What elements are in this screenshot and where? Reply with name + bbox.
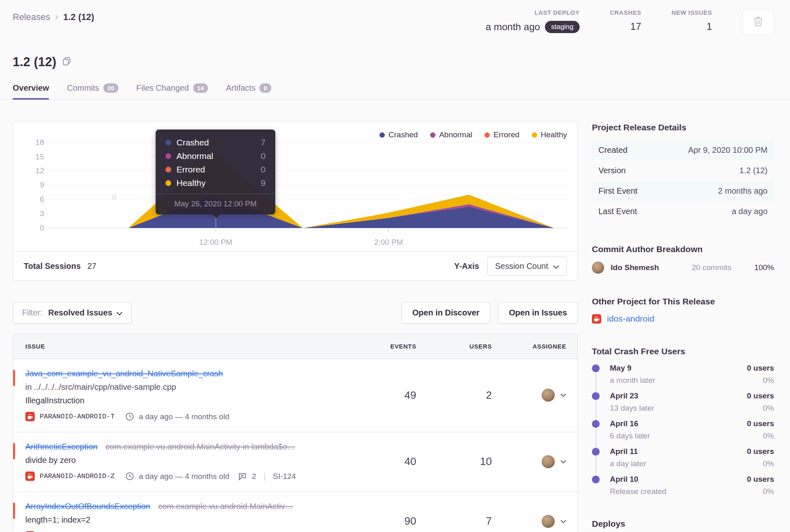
crashes-value: 17	[610, 21, 641, 32]
header-stats: LAST DEPLOY a month ago staging CRASHES …	[486, 9, 774, 35]
other-project-row: idos-android	[592, 314, 774, 324]
y-axis-select[interactable]: Session Count	[487, 257, 567, 276]
legend-healthy[interactable]: Healthy	[532, 130, 567, 139]
issue-culprit: in ../../../../src/main/cpp/native-sampl…	[25, 382, 351, 392]
breadcrumb-chevron-icon: ›	[55, 11, 58, 22]
issue-users-count: 2	[416, 369, 492, 421]
tooltip-row-errored: Errored 0	[165, 165, 266, 174]
legend-errored[interactable]: Errored	[484, 130, 519, 139]
healthy-dot-icon	[165, 180, 171, 186]
tooltip-row-crashed: Crashed 7	[165, 138, 266, 148]
unresolved-indicator-bar	[13, 370, 15, 386]
crash-free-timeline: May 9 a month later 0 users 0% April 23 …	[592, 364, 774, 503]
issue-culprit-suffix: com.example.vu.android.MainActivity in l…	[105, 442, 295, 451]
tab-files-changed[interactable]: Files Changed 14	[136, 83, 208, 99]
issues-table: ISSUE EVENTS USERS ASSIGNEE Java_com_exa…	[13, 333, 578, 532]
chart-stray-zero-label: 0	[112, 193, 116, 202]
assignee-selector[interactable]	[492, 369, 578, 421]
detail-row-created: Created Apr 9, 2020 10:00 PM	[592, 140, 774, 160]
issue-users-count: 10	[416, 442, 492, 481]
tooltip-pointer	[212, 214, 221, 218]
abnormal-dot-icon	[430, 132, 435, 138]
y-axis-label: Y-Axis	[454, 262, 479, 271]
errored-dot-icon	[165, 167, 171, 172]
issue-title-link[interactable]: Java_com_example_vu_android_NativeSample…	[25, 369, 223, 378]
project-slug[interactable]: PARANOID-ANDROID-Z	[40, 472, 115, 480]
page-title: 1.2 (12)	[13, 55, 56, 69]
chart-tooltip: Crashed 7 Abnormal 0 Errored	[156, 130, 275, 215]
other-project-link[interactable]: idos-android	[607, 314, 654, 324]
open-in-discover-button[interactable]: Open in Discover	[401, 302, 491, 324]
crash-free-entry: April 11 a day later 0 users 0%	[592, 447, 774, 475]
stat-crashes: CRASHES 17	[610, 9, 641, 32]
issue-culprit-suffix: com.example.vu.android.MainActiv…	[158, 502, 293, 511]
tab-overview[interactable]: Overview	[13, 83, 49, 99]
new-issues-value: 1	[672, 21, 712, 32]
copy-icon[interactable]	[62, 56, 71, 68]
total-sessions-value: 27	[87, 262, 96, 271]
crash-free-entry: May 9 a month later 0 users 0%	[592, 364, 774, 391]
filter-dropdown[interactable]: Filter: Resolved Issues	[13, 302, 132, 324]
project-slug[interactable]: PARANOID-ANDROID-T	[40, 413, 115, 420]
breadcrumb: Releases › 1.2 (12)	[13, 11, 94, 23]
abnormal-dot-icon	[165, 153, 171, 159]
crash-free-title: Total Crash Free Users	[592, 346, 774, 356]
healthy-dot-icon	[532, 132, 537, 138]
legend-crashed[interactable]: Crashed	[379, 130, 418, 139]
assignee-avatar	[542, 389, 555, 402]
issue-title-link[interactable]: ArithmeticException	[25, 442, 98, 451]
assignee-avatar	[542, 455, 555, 468]
clock-icon	[125, 412, 134, 421]
detail-row-version: Version 1.2 (12)	[592, 160, 774, 181]
last-deploy-label: LAST DEPLOY	[486, 9, 580, 16]
sidebar: Project Release Details Created Apr 9, 2…	[592, 121, 774, 529]
issue-age: a day ago — 4 months old	[139, 472, 230, 481]
author-commit-count: 20 commits	[692, 263, 731, 272]
project-coffee-icon	[592, 314, 601, 324]
column-users: USERS	[416, 343, 492, 350]
unresolved-indicator-bar	[13, 443, 15, 459]
sessions-chart-card: Crashed Abnormal Errored Healthy	[13, 121, 578, 281]
stat-new-issues: NEW ISSUES 1	[672, 9, 712, 32]
project-coffee-icon	[25, 412, 35, 421]
chart-footer: Total Sessions 27 Y-Axis Session Count	[13, 251, 578, 280]
chevron-down-icon	[560, 391, 566, 399]
legend-abnormal[interactable]: Abnormal	[430, 130, 472, 139]
tab-commits[interactable]: Commits 20	[67, 83, 118, 99]
timeline-dot-icon	[592, 420, 600, 428]
timeline-dot-icon	[592, 448, 600, 456]
crash-free-entry: April 10 Release created 0 users 0%	[592, 475, 774, 503]
issues-table-header: ISSUE EVENTS USERS ASSIGNEE	[13, 334, 578, 359]
environment-badge: staging	[545, 21, 580, 33]
tooltip-row-abnormal: Abnormal 0	[165, 151, 266, 161]
issue-title-link[interactable]: ArrayIndexOutOfBoundsException	[25, 502, 150, 511]
delete-release-button[interactable]	[742, 9, 774, 35]
breadcrumb-current: 1.2 (12)	[63, 12, 94, 22]
other-project-title: Other Project for This Release	[592, 297, 774, 306]
author-name: Ido Shemesh	[611, 263, 685, 272]
crashes-label: CRASHES	[610, 9, 641, 16]
issue-message: length=1; index=2	[25, 515, 351, 525]
title-row: 1.2 (12)	[13, 55, 774, 69]
tooltip-row-healthy: Healthy 9	[165, 178, 266, 188]
issue-users-count: 7	[416, 502, 492, 532]
meta-divider: |	[263, 472, 266, 481]
issue-short-id: SI-124	[273, 472, 296, 481]
column-events: EVENTS	[351, 343, 416, 350]
release-overview-page: Releases › 1.2 (12) LAST DEPLOY a month …	[0, 0, 790, 532]
tab-artifacts[interactable]: Artifacts 0	[226, 83, 271, 99]
assignee-selector[interactable]	[492, 442, 578, 481]
timeline-dot-icon	[592, 392, 600, 400]
assignee-selector[interactable]	[492, 502, 578, 532]
sessions-chart[interactable]: Crashed Abnormal Errored Healthy	[13, 121, 578, 251]
issue-events-count: 40	[351, 442, 416, 481]
files-changed-count-badge: 14	[193, 83, 208, 93]
open-in-issues-button[interactable]: Open in Issues	[498, 302, 578, 324]
issue-events-count: 90	[351, 502, 416, 532]
issues-toolbar: Filter: Resolved Issues Open in Discover…	[13, 302, 578, 324]
trash-icon	[753, 16, 763, 29]
tabs-bar: Overview Commits 20 Files Changed 14 Art…	[0, 83, 790, 100]
timeline-dot-icon	[592, 364, 600, 372]
column-issue: ISSUE	[13, 343, 351, 350]
breadcrumb-releases[interactable]: Releases	[13, 12, 50, 22]
